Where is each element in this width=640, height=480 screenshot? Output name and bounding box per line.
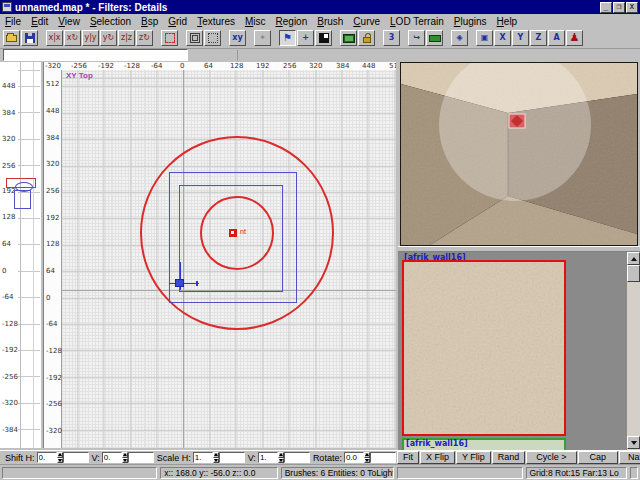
mirror-y-button[interactable]: y|y [82,30,99,46]
lock-button[interactable] [358,30,375,46]
mirror-z-button[interactable]: z|z [118,30,135,46]
flag-button[interactable]: ⚑ [279,30,296,46]
menu-brush[interactable]: Brush [312,16,348,27]
light-entity-box[interactable] [229,229,237,237]
window-arrow-button[interactable]: ▣ [476,30,493,46]
save-file-button[interactable] [21,30,38,46]
toolbar-gap [376,30,383,46]
menu-file[interactable]: File [0,16,26,27]
wand-button[interactable]: ✦ [254,30,271,46]
toolbar-gap [154,30,161,46]
hollow-brush-button[interactable] [186,30,203,46]
menu-selection[interactable]: Selection [85,16,136,27]
xy-view-button[interactable]: xy [229,30,246,46]
texture-tile-selected[interactable] [402,260,566,436]
menu-lod-terrain[interactable]: LOD Terrain [385,16,449,27]
ruler-label: 64 [46,268,55,275]
add-select-button[interactable]: + [297,30,314,46]
menu-region[interactable]: Region [271,16,313,27]
rotate-input[interactable] [344,452,364,463]
menu-curve[interactable]: Curve [348,16,385,27]
cap-button[interactable]: Cap [578,451,619,464]
maximize-button[interactable]: ❐ [613,2,625,13]
scrollbar-thumb[interactable] [627,265,640,282]
cycle-button[interactable]: Cycle > [526,451,576,464]
y-axis-button[interactable]: Y [512,30,529,46]
main-view-2d[interactable]: -320 -256 -192 -128 -64 0 64 128 192 256… [44,62,396,448]
texture-apply-button[interactable] [315,30,332,46]
select-region-button[interactable] [161,30,178,46]
detail-button[interactable]: 3 [383,30,400,46]
texture-bar-button[interactable] [426,30,443,46]
shift-v-input[interactable] [102,452,122,463]
textured-brush-button[interactable] [204,30,221,46]
side-view-2d[interactable]: 448 384 320 256 192 128 64 0 -64 -128 -1… [0,62,40,448]
fit-button[interactable]: Fit [397,451,419,464]
side-view-grid [18,62,40,448]
menu-edit[interactable]: Edit [26,16,53,27]
minimize-button[interactable]: _ [600,2,612,13]
ruler-label: 320 [309,63,322,70]
toolbar-gap [272,30,279,46]
menu-view[interactable]: View [53,16,85,27]
shift-h-extra-input[interactable] [63,452,89,463]
shift-v-extra-input[interactable] [128,452,154,463]
ruler-label: 192 [46,215,59,222]
ruler-top: -320 -256 -192 -128 -64 0 64 128 192 256… [44,62,396,70]
side-view-ruler-line [20,62,21,448]
scroll-down-button[interactable] [627,436,640,449]
side-view-cylinder-body[interactable] [14,190,31,209]
texture-tile-next[interactable]: [afrik_wall16] [402,438,566,450]
open-file-button[interactable] [3,30,20,46]
menu-help[interactable]: Help [492,16,523,27]
room-brush-inner[interactable] [179,185,283,292]
title-bar[interactable]: unnamed.map * - Filters: Details _ ❐ x [0,0,640,14]
texture-bar-icon [429,35,441,42]
ruler-label: -64 [2,294,13,301]
rotate-extra-input[interactable] [370,452,396,463]
player-button[interactable]: ♟ [566,30,583,46]
texture-scrollbar[interactable] [627,252,640,450]
rotate-z-button[interactable]: z↻ [136,30,153,46]
scale-h-input[interactable] [193,452,213,463]
z-axis-button[interactable]: Z [530,30,547,46]
ruler-label: 128 [46,241,59,248]
autoscale-button[interactable]: A [548,30,565,46]
natural-button[interactable]: Natural [619,451,640,464]
texture-filter-input[interactable] [3,49,188,61]
scroll-up-button[interactable] [627,252,640,265]
menu-misc[interactable]: Misc [240,16,271,27]
close-button[interactable]: x [626,2,638,13]
texture-browser[interactable]: [afrik_wall16] [afrik_wall16] [398,252,640,450]
scale-v-label: V: [248,453,256,463]
status-resize-grip[interactable] [630,467,638,479]
x-axis-button[interactable]: X [494,30,511,46]
rotate-x-button[interactable]: x↻ [64,30,81,46]
shift-h-input[interactable] [37,452,57,463]
x-flip-button[interactable]: X Flip [420,451,455,464]
path-button[interactable]: ↪ [408,30,425,46]
view-3d[interactable] [400,62,638,246]
camera-marker[interactable] [175,279,184,287]
scale-v-extra-input[interactable] [284,452,310,463]
status-counts: Brushes: 6 Entities: 0 ToLight: 0 [281,467,394,479]
rand-button[interactable]: Rand [492,451,526,464]
menu-plugins[interactable]: Plugins [449,16,492,27]
toolbar-gap [401,30,408,46]
scale-h-label: Scale H: [157,453,191,463]
map-canvas[interactable]: XY Top nt [62,70,396,448]
ruler-label: 0 [46,295,50,302]
scale-h-extra-input[interactable] [219,452,245,463]
compass-button[interactable]: ◈ [451,30,468,46]
rotate-y-button[interactable]: y↻ [100,30,117,46]
ruler-label: -320 [46,428,62,435]
scale-v-input[interactable] [258,452,278,463]
monitor-button[interactable] [340,30,357,46]
arrow-up-icon [631,257,637,261]
toolbar-gap [444,30,451,46]
y-flip-button[interactable]: Y Flip [456,451,491,464]
menu-grid[interactable]: Grid [163,16,192,27]
menu-bsp[interactable]: Bsp [136,16,163,27]
mirror-x-button[interactable]: x|x [46,30,63,46]
menu-textures[interactable]: Textures [192,16,240,27]
